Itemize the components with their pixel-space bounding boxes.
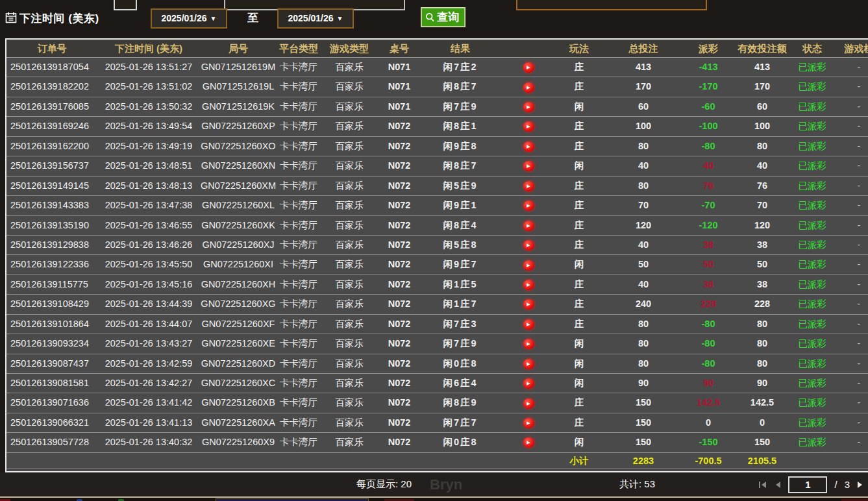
total-bet-cell: 413 <box>601 58 686 77</box>
bet-history-window: 下注时间 (美东) 2025/01/26 ▼ 至 2025/01/26 ▼ 查询… <box>0 0 868 501</box>
table-no-cell: N072 <box>378 156 421 175</box>
status-badge: 已派彩 <box>793 117 831 136</box>
next-page-icon[interactable] <box>857 481 863 489</box>
bet-type-cell: 庄 <box>557 117 601 136</box>
game-type-cell: 百家乐 <box>321 334 378 353</box>
replay-play-icon[interactable]: ▶ <box>523 398 534 409</box>
replay-play-icon[interactable]: ▶ <box>523 299 534 310</box>
bet-time-cell: 2025-01-26 13:44:39 <box>97 295 200 313</box>
game-type-cell: 百家乐 <box>321 275 378 294</box>
subtotal-total-bet: 2283 <box>601 453 686 469</box>
replay-play-icon[interactable]: ▶ <box>523 221 534 231</box>
order-id-cell: 250126139101864 <box>6 315 97 334</box>
bet-time-cell: 2025-01-26 13:46:26 <box>97 236 200 254</box>
bet-type-cell: 庄 <box>557 236 601 254</box>
platform-cell: 卡卡湾厅 <box>277 216 321 235</box>
col-header-platform: 平台类型 <box>277 40 321 57</box>
platform-cell: 卡卡湾厅 <box>277 156 321 175</box>
game-mode-cell: - <box>831 393 868 412</box>
replay-play-icon[interactable]: ▶ <box>523 240 534 250</box>
replay-play-icon[interactable]: ▶ <box>523 102 534 112</box>
bet-time-cell: 2025-01-26 13:42:27 <box>97 374 200 393</box>
game-mode-cell: - <box>831 315 868 334</box>
bet-time-cell: 2025-01-26 13:49:54 <box>97 117 200 136</box>
total-bet-cell: 80 <box>601 354 686 373</box>
status-badge: 已派彩 <box>793 275 831 294</box>
date-to-select[interactable]: 2025/01/26 ▼ <box>277 8 354 29</box>
page-size-label: 每页显示: 20 <box>356 478 412 491</box>
replay-play-icon[interactable]: ▶ <box>523 260 534 271</box>
table-no-cell: N072 <box>378 334 421 353</box>
table-no-cell: N072 <box>378 433 421 452</box>
col-header-table-no: 桌号 <box>378 40 421 57</box>
game-type-cell: 百家乐 <box>321 117 378 136</box>
bet-type-cell: 闲 <box>557 97 601 116</box>
status-badge: 已派彩 <box>793 433 831 452</box>
result-cell: 闲9庄8 <box>421 137 500 156</box>
table-row: 250126139162200 2025-01-26 13:49:19 GN07… <box>6 137 868 156</box>
replay-cell: ▶ <box>500 196 557 215</box>
platform-cell: 卡卡湾厅 <box>277 58 321 77</box>
replay-play-icon[interactable]: ▶ <box>523 437 534 448</box>
replay-play-icon[interactable]: ▶ <box>523 201 534 211</box>
page-number-input[interactable] <box>788 476 827 493</box>
table-no-cell: N072 <box>378 295 421 313</box>
valid-bet-cell: 70 <box>731 196 793 215</box>
replay-play-icon[interactable]: ▶ <box>523 319 534 330</box>
replay-play-icon[interactable]: ▶ <box>523 161 534 171</box>
total-count-label: 共计: 53 <box>619 478 655 491</box>
prev-page-icon[interactable] <box>775 481 781 489</box>
col-header-bet-time: 下注时间 (美东) <box>97 40 200 57</box>
result-cell: 闲7庄2 <box>421 58 500 77</box>
round-id-cell: GN072251260XI <box>200 255 277 274</box>
payout-cell: -150 <box>686 433 731 452</box>
bet-records-table: 订单号 下注时间 (美东) 局号 平台类型 游戏类型 桌号 结果 玩法 总投注 … <box>5 38 868 472</box>
replay-play-icon[interactable]: ▶ <box>523 62 534 73</box>
platform-cell: 卡卡湾厅 <box>277 77 321 96</box>
replay-play-icon[interactable]: ▶ <box>523 359 534 369</box>
round-id-cell: GN072251260X9 <box>200 433 277 452</box>
payout-cell: -170 <box>686 77 731 96</box>
payout-cell: -413 <box>686 58 731 77</box>
total-bet-cell: 80 <box>601 334 686 353</box>
replay-play-icon[interactable]: ▶ <box>523 141 534 152</box>
filter-bar: 下注时间 (美东) 2025/01/26 ▼ 至 2025/01/26 ▼ 查询 <box>0 0 868 38</box>
replay-play-icon[interactable]: ▶ <box>523 280 534 290</box>
replay-play-icon[interactable]: ▶ <box>523 339 534 349</box>
table-row: 250126139071636 2025-01-26 13:41:42 GN07… <box>6 393 868 413</box>
game-type-cell: 百家乐 <box>321 97 378 116</box>
replay-cell: ▶ <box>500 97 557 116</box>
game-type-cell: 百家乐 <box>321 295 378 313</box>
first-page-icon[interactable] <box>758 481 767 489</box>
payout-cell: -80 <box>686 315 731 334</box>
replay-play-icon[interactable]: ▶ <box>523 378 534 389</box>
valid-bet-cell: 40 <box>731 156 793 175</box>
replay-cell: ▶ <box>500 393 557 412</box>
bet-time-cell: 2025-01-26 13:41:42 <box>97 393 200 412</box>
replay-play-icon[interactable]: ▶ <box>523 181 534 191</box>
calendar-icon <box>5 12 17 23</box>
payout-cell: 40 <box>686 156 731 175</box>
replay-play-icon[interactable]: ▶ <box>523 418 534 428</box>
game-type-cell: 百家乐 <box>321 58 378 77</box>
replay-play-icon[interactable]: ▶ <box>523 82 534 93</box>
table-no-cell: N071 <box>378 58 421 77</box>
bet-type-cell: 庄 <box>557 275 601 294</box>
replay-cell: ▶ <box>500 315 557 334</box>
col-header-result: 结果 <box>421 40 500 57</box>
valid-bet-cell: 90 <box>731 374 793 393</box>
status-badge: 已派彩 <box>793 393 831 412</box>
bet-type-cell: 庄 <box>557 137 601 156</box>
game-mode-cell: - <box>831 255 868 274</box>
replay-cell: ▶ <box>500 413 557 432</box>
platform-cell: 卡卡湾厅 <box>277 433 321 452</box>
replay-play-icon[interactable]: ▶ <box>523 121 534 132</box>
query-button[interactable]: 查询 <box>421 7 465 27</box>
table-no-cell: N071 <box>378 77 421 96</box>
platform-cell: 卡卡湾厅 <box>277 393 321 412</box>
date-from-select[interactable]: 2025/01/26 ▼ <box>151 8 227 29</box>
status-badge: 已派彩 <box>793 295 831 313</box>
order-id-cell: 250126139081581 <box>6 374 97 393</box>
replay-cell: ▶ <box>500 374 557 393</box>
bet-time-cell: 2025-01-26 13:40:32 <box>97 433 200 452</box>
